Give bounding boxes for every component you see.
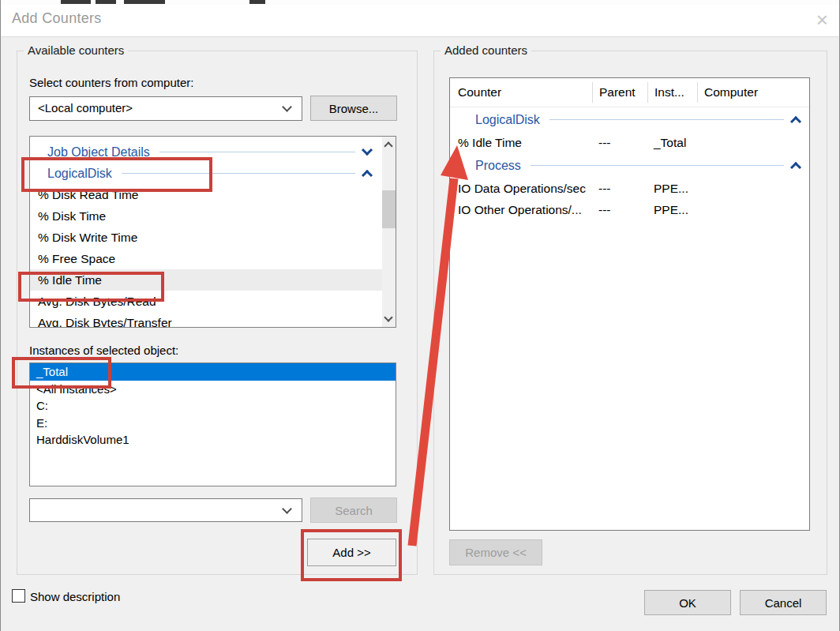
add-button[interactable]: Add >> (307, 539, 396, 566)
instance-row[interactable]: E: (30, 415, 396, 432)
counter-group-row[interactable]: LogicalDisk (30, 163, 382, 184)
cell-parent: --- (592, 182, 647, 196)
scroll-down-icon[interactable] (384, 313, 392, 321)
counter-group-name: Job Object Details (47, 145, 150, 160)
remove-button[interactable]: Remove << (449, 539, 542, 565)
cell-parent: --- (592, 136, 647, 150)
chevron-up-icon[interactable] (790, 162, 801, 173)
computer-combobox-value: <Local computer> (38, 101, 133, 115)
added-counters-label: Added counters (441, 43, 531, 57)
counters-scrollbar[interactable] (382, 137, 396, 327)
cell-instance: PPE... (647, 203, 697, 217)
counter-item-row[interactable]: % Idle Time (30, 269, 382, 291)
title-bar: Add Counters × (1, 5, 840, 37)
cell-instance: PPE... (647, 182, 697, 196)
added-group-row[interactable]: LogicalDisk (450, 107, 809, 132)
cell-counter: % Idle Time (450, 136, 592, 150)
instances-list[interactable]: _Total<All instances>C:E:HarddiskVolume1 (29, 362, 396, 486)
cancel-button[interactable]: Cancel (740, 590, 827, 615)
instances-label: Instances of selected object: (29, 344, 178, 357)
added-counter-row[interactable]: % Idle Time---_Total (450, 132, 809, 153)
column-header-computer[interactable]: Computer (697, 82, 809, 103)
counter-item-row[interactable]: % Disk Time (30, 205, 382, 227)
add-counters-dialog: Add Counters × Available counters Select… (0, 0, 840, 631)
counter-item-row[interactable]: % Disk Read Time (30, 184, 382, 205)
counter-item-row[interactable]: Avg. Disk Bytes/Read (30, 291, 382, 312)
scrollbar-thumb[interactable] (382, 190, 396, 228)
chevron-down-icon[interactable] (282, 102, 292, 112)
browse-button[interactable]: Browse... (310, 96, 397, 121)
added-counter-row[interactable]: IO Other Operations/...---PPE... (450, 199, 809, 220)
group-rule (549, 119, 784, 120)
cell-counter: IO Other Operations/... (450, 203, 592, 217)
counter-group-name: LogicalDisk (47, 167, 112, 181)
instance-row[interactable]: C: (30, 397, 396, 415)
search-button[interactable]: Search (310, 498, 397, 523)
added-counters-table[interactable]: Counter Parent Inst... Computer LogicalD… (449, 77, 810, 531)
counter-item-row[interactable]: Avg. Disk Bytes/Transfer (30, 312, 382, 328)
group-rule (531, 165, 784, 166)
available-counters-list[interactable]: Job Object DetailsLogicalDisk% Disk Read… (29, 136, 396, 328)
counter-item-row[interactable]: % Free Space (30, 248, 382, 269)
ok-button[interactable]: OK (644, 590, 731, 615)
available-counters-rows: Job Object DetailsLogicalDisk% Disk Read… (30, 141, 382, 328)
instance-row[interactable]: <All instances> (30, 381, 396, 398)
search-combobox[interactable] (29, 498, 302, 522)
show-description-label: Show description (30, 590, 120, 603)
group-rule (122, 173, 355, 174)
select-computer-label: Select counters from computer: (29, 76, 193, 89)
chevron-down-icon[interactable] (282, 504, 292, 514)
scroll-up-icon[interactable] (384, 141, 392, 150)
instance-row[interactable]: _Total (30, 363, 396, 381)
close-icon[interactable]: × (816, 6, 828, 33)
chevron-down-icon[interactable] (362, 145, 373, 156)
group-rule (159, 152, 355, 152)
added-table-header: Counter Parent Inst... Computer (450, 78, 809, 107)
added-counter-row[interactable]: IO Data Operations/sec---PPE... (450, 178, 809, 199)
counter-item-row[interactable]: % Disk Write Time (30, 227, 382, 248)
cell-parent: --- (592, 203, 647, 217)
added-table-body: LogicalDisk% Idle Time---_TotalProcessIO… (450, 107, 809, 220)
added-group-name: Process (475, 159, 521, 173)
instance-row[interactable]: HarddiskVolume1 (30, 431, 396, 449)
chevron-up-icon[interactable] (790, 116, 801, 127)
computer-combobox[interactable]: <Local computer> (29, 96, 302, 121)
cell-instance: _Total (647, 136, 697, 150)
cell-counter: IO Data Operations/sec (450, 182, 592, 196)
column-header-parent[interactable]: Parent (592, 82, 647, 103)
counter-group-row[interactable]: Job Object Details (30, 141, 382, 163)
added-group-row[interactable]: Process (450, 153, 809, 178)
available-counters-label: Available counters (24, 43, 128, 57)
dialog-title: Add Counters (12, 10, 102, 27)
chevron-up-icon[interactable] (362, 170, 373, 181)
column-header-counter[interactable]: Counter (450, 82, 592, 103)
show-description-checkbox[interactable] (12, 589, 25, 603)
added-group-name: LogicalDisk (475, 113, 540, 127)
column-header-instance[interactable]: Inst... (647, 82, 697, 103)
